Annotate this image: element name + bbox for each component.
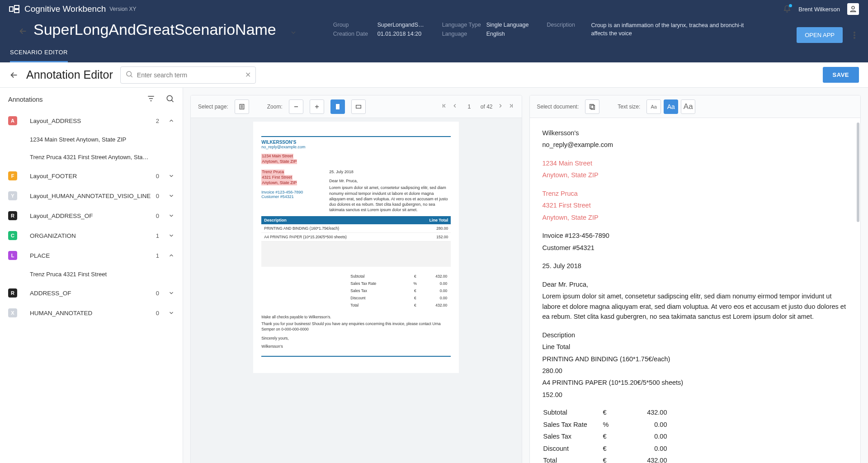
tab-scenario-editor[interactable]: SCENARIO EDITOR: [10, 49, 68, 62]
svg-rect-1: [14, 5, 19, 9]
search-input-wrap: ✕: [120, 66, 256, 84]
select-document-label: Select document:: [537, 104, 579, 110]
chevron-down-icon[interactable]: [168, 232, 175, 239]
text-size-medium[interactable]: Aa: [664, 99, 678, 114]
annotation-badge: F: [8, 171, 17, 180]
annotation-name: HUMAN_ANNOTATED: [30, 310, 156, 317]
scenario-metadata: GroupSuperLongandS… Creation Date01.01.2…: [333, 22, 745, 38]
annotation-row[interactable]: R Layout_ADDRESS_OF 0: [0, 206, 183, 226]
chevron-down-icon[interactable]: [168, 173, 175, 179]
search-input[interactable]: [137, 71, 241, 79]
chevron-up-icon[interactable]: [168, 252, 175, 259]
scenario-name: SuperLongAndGreatScenarioName: [33, 21, 276, 38]
annotation-badge: C: [8, 231, 17, 240]
zoom-in-button[interactable]: [310, 99, 324, 114]
annotation-count: 0: [156, 213, 159, 219]
annotation-name: ORGANIZATION: [30, 232, 156, 239]
annotation-count: 0: [156, 173, 159, 180]
svg-point-7: [127, 71, 132, 76]
zoom-out-button[interactable]: [289, 99, 303, 114]
annotation-name: Layout_ADDRESS: [30, 118, 156, 124]
extracted-text: Wilkersson's no_reply@example.com 1234 M…: [530, 118, 861, 463]
annotation-badge: A: [8, 116, 17, 125]
document-list-button[interactable]: [585, 99, 599, 114]
svg-rect-11: [356, 105, 361, 108]
text-size-large[interactable]: Aa: [681, 99, 695, 114]
annotation-name: PLACE: [30, 252, 156, 259]
annotation-row[interactable]: Y Layout_HUMAN_ANNOTATED_VISIO_LINE 0: [0, 186, 183, 206]
chevron-down-icon[interactable]: [168, 193, 175, 199]
user-name: Brent Wilkerson: [798, 6, 840, 13]
prev-page-icon[interactable]: [452, 103, 458, 110]
save-button[interactable]: SAVE: [823, 67, 859, 83]
search-icon[interactable]: [165, 94, 175, 104]
annotation-count: 0: [156, 310, 159, 317]
chevron-down-icon[interactable]: [168, 310, 175, 316]
sidebar-heading: Annotations: [8, 96, 43, 103]
app-brand: Cognitive Workbench: [24, 4, 106, 14]
annotation-badge: R: [8, 288, 17, 298]
annotation-badge: Y: [8, 191, 17, 200]
svg-rect-2: [14, 9, 19, 13]
notifications-icon[interactable]: [783, 5, 791, 13]
open-app-button[interactable]: OPEN APP: [797, 27, 843, 43]
annotation-row[interactable]: R ADDRESS_OF 0: [0, 283, 183, 303]
more-vertical-icon[interactable]: [850, 31, 859, 40]
app-logo-icon: [9, 5, 20, 13]
annotation-row[interactable]: X HUMAN_ANNOTATED 0: [0, 303, 183, 323]
annotation-name: Layout_ADDRESS_OF: [30, 213, 156, 219]
back-arrow-icon[interactable]: [18, 26, 28, 36]
svg-rect-0: [9, 7, 13, 11]
annotation-count: 1: [156, 232, 159, 239]
fit-page-button[interactable]: [351, 99, 366, 114]
page-current[interactable]: 1: [462, 103, 476, 110]
select-page-label: Select page:: [198, 104, 228, 110]
annotation-name: Layout_FOOTER: [30, 173, 156, 180]
annotation-child[interactable]: Trenz Pruca 4321 First Street Anytown, S…: [0, 148, 183, 166]
back-icon[interactable]: [9, 70, 19, 80]
app-version: Version XY: [109, 6, 136, 12]
chevron-up-icon[interactable]: [168, 118, 175, 124]
svg-point-5: [854, 34, 855, 36]
document-panel: Select page: Zoom: 1 of 42: [190, 95, 522, 463]
last-page-icon[interactable]: [508, 103, 514, 110]
page-total: of 42: [481, 104, 493, 110]
user-avatar[interactable]: [847, 3, 859, 15]
first-page-icon[interactable]: [441, 103, 447, 110]
svg-point-8: [167, 95, 172, 101]
filter-icon[interactable]: [146, 94, 156, 104]
svg-point-4: [854, 32, 855, 33]
annotation-row[interactable]: C ORGANIZATION 1: [0, 226, 183, 246]
text-size-small[interactable]: Aa: [646, 99, 661, 114]
annotation-count: 0: [156, 290, 159, 297]
annotation-child[interactable]: Trenz Pruca 4321 First Street: [0, 265, 183, 283]
annotation-row[interactable]: L PLACE 1: [0, 246, 183, 265]
text-panel: Select document: Text size: Aa Aa Aa Wil…: [529, 95, 861, 463]
fit-width-button[interactable]: [330, 99, 345, 114]
annotation-name: Layout_HUMAN_ANNOTATED_VISIO_LINE: [30, 193, 156, 199]
chevron-down-icon[interactable]: [168, 290, 175, 296]
chevron-down-icon[interactable]: [168, 213, 175, 219]
text-size-label: Text size:: [618, 104, 640, 110]
next-page-icon[interactable]: [497, 103, 504, 110]
annotation-badge: R: [8, 211, 17, 220]
svg-point-6: [854, 37, 855, 38]
page-title: Annotation Editor: [26, 68, 113, 81]
annotation-row[interactable]: F Layout_FOOTER 0: [0, 166, 183, 186]
annotation-child[interactable]: 1234 Main Street Anytown, State ZIP: [0, 131, 183, 148]
search-icon: [125, 70, 133, 80]
annotation-count: 1: [156, 252, 159, 259]
document-page: WILKERSSON’S no_reply@example.com 1234 M…: [253, 122, 459, 373]
svg-point-3: [852, 6, 854, 9]
chevron-down-icon[interactable]: [290, 29, 297, 36]
annotation-count: 2: [156, 118, 159, 124]
page-list-button[interactable]: [235, 99, 249, 114]
annotation-count: 0: [156, 193, 159, 199]
zoom-label: Zoom:: [267, 104, 283, 110]
clear-search-icon[interactable]: ✕: [245, 71, 251, 79]
annotation-badge: X: [8, 308, 17, 317]
scrollbar[interactable]: [857, 123, 859, 222]
annotation-row[interactable]: A Layout_ADDRESS 2: [0, 111, 183, 131]
annotation-badge: L: [8, 251, 17, 260]
annotation-name: ADDRESS_OF: [30, 290, 156, 297]
